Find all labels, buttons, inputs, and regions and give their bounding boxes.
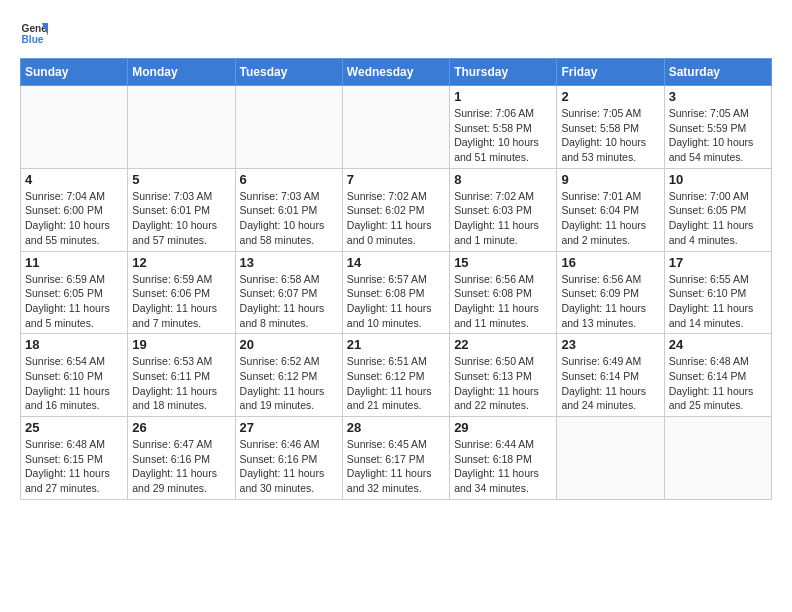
calendar-cell: 14Sunrise: 6:57 AM Sunset: 6:08 PM Dayli… (342, 251, 449, 334)
day-number: 11 (25, 255, 123, 270)
day-number: 1 (454, 89, 552, 104)
weekday-header-saturday: Saturday (664, 59, 771, 86)
svg-text:Blue: Blue (22, 34, 44, 45)
weekday-header-thursday: Thursday (450, 59, 557, 86)
day-number: 22 (454, 337, 552, 352)
week-row-0: 1Sunrise: 7:06 AM Sunset: 5:58 PM Daylig… (21, 86, 772, 169)
day-number: 15 (454, 255, 552, 270)
day-number: 4 (25, 172, 123, 187)
calendar-cell (21, 86, 128, 169)
day-info: Sunrise: 7:06 AM Sunset: 5:58 PM Dayligh… (454, 106, 552, 165)
day-number: 29 (454, 420, 552, 435)
weekday-header-wednesday: Wednesday (342, 59, 449, 86)
calendar-cell (557, 417, 664, 500)
day-number: 18 (25, 337, 123, 352)
day-info: Sunrise: 6:50 AM Sunset: 6:13 PM Dayligh… (454, 354, 552, 413)
calendar-cell: 25Sunrise: 6:48 AM Sunset: 6:15 PM Dayli… (21, 417, 128, 500)
day-info: Sunrise: 7:02 AM Sunset: 6:02 PM Dayligh… (347, 189, 445, 248)
calendar-cell: 20Sunrise: 6:52 AM Sunset: 6:12 PM Dayli… (235, 334, 342, 417)
calendar-cell: 21Sunrise: 6:51 AM Sunset: 6:12 PM Dayli… (342, 334, 449, 417)
calendar-cell (235, 86, 342, 169)
day-number: 13 (240, 255, 338, 270)
calendar-cell: 15Sunrise: 6:56 AM Sunset: 6:08 PM Dayli… (450, 251, 557, 334)
day-number: 3 (669, 89, 767, 104)
day-info: Sunrise: 6:48 AM Sunset: 6:14 PM Dayligh… (669, 354, 767, 413)
calendar-cell: 11Sunrise: 6:59 AM Sunset: 6:05 PM Dayli… (21, 251, 128, 334)
day-info: Sunrise: 6:52 AM Sunset: 6:12 PM Dayligh… (240, 354, 338, 413)
day-number: 14 (347, 255, 445, 270)
calendar-cell: 7Sunrise: 7:02 AM Sunset: 6:02 PM Daylig… (342, 168, 449, 251)
day-info: Sunrise: 6:58 AM Sunset: 6:07 PM Dayligh… (240, 272, 338, 331)
calendar-table: SundayMondayTuesdayWednesdayThursdayFrid… (20, 58, 772, 500)
calendar-cell: 13Sunrise: 6:58 AM Sunset: 6:07 PM Dayli… (235, 251, 342, 334)
day-info: Sunrise: 7:01 AM Sunset: 6:04 PM Dayligh… (561, 189, 659, 248)
day-info: Sunrise: 7:04 AM Sunset: 6:00 PM Dayligh… (25, 189, 123, 248)
calendar-cell: 19Sunrise: 6:53 AM Sunset: 6:11 PM Dayli… (128, 334, 235, 417)
day-number: 19 (132, 337, 230, 352)
calendar-cell: 26Sunrise: 6:47 AM Sunset: 6:16 PM Dayli… (128, 417, 235, 500)
day-number: 20 (240, 337, 338, 352)
weekday-header-monday: Monday (128, 59, 235, 86)
calendar-cell: 16Sunrise: 6:56 AM Sunset: 6:09 PM Dayli… (557, 251, 664, 334)
weekday-header-sunday: Sunday (21, 59, 128, 86)
calendar-cell: 24Sunrise: 6:48 AM Sunset: 6:14 PM Dayli… (664, 334, 771, 417)
calendar-cell: 4Sunrise: 7:04 AM Sunset: 6:00 PM Daylig… (21, 168, 128, 251)
calendar-cell: 23Sunrise: 6:49 AM Sunset: 6:14 PM Dayli… (557, 334, 664, 417)
day-number: 28 (347, 420, 445, 435)
day-number: 7 (347, 172, 445, 187)
day-info: Sunrise: 6:44 AM Sunset: 6:18 PM Dayligh… (454, 437, 552, 496)
day-number: 24 (669, 337, 767, 352)
day-number: 9 (561, 172, 659, 187)
day-number: 25 (25, 420, 123, 435)
day-info: Sunrise: 6:51 AM Sunset: 6:12 PM Dayligh… (347, 354, 445, 413)
day-info: Sunrise: 6:53 AM Sunset: 6:11 PM Dayligh… (132, 354, 230, 413)
day-number: 27 (240, 420, 338, 435)
calendar-cell: 10Sunrise: 7:00 AM Sunset: 6:05 PM Dayli… (664, 168, 771, 251)
day-info: Sunrise: 6:49 AM Sunset: 6:14 PM Dayligh… (561, 354, 659, 413)
weekday-header-row: SundayMondayTuesdayWednesdayThursdayFrid… (21, 59, 772, 86)
day-number: 16 (561, 255, 659, 270)
logo: General Blue (20, 20, 48, 48)
day-info: Sunrise: 6:59 AM Sunset: 6:06 PM Dayligh… (132, 272, 230, 331)
day-number: 2 (561, 89, 659, 104)
calendar-cell: 28Sunrise: 6:45 AM Sunset: 6:17 PM Dayli… (342, 417, 449, 500)
calendar-cell: 18Sunrise: 6:54 AM Sunset: 6:10 PM Dayli… (21, 334, 128, 417)
calendar-cell (342, 86, 449, 169)
day-info: Sunrise: 6:54 AM Sunset: 6:10 PM Dayligh… (25, 354, 123, 413)
calendar-cell: 1Sunrise: 7:06 AM Sunset: 5:58 PM Daylig… (450, 86, 557, 169)
day-number: 12 (132, 255, 230, 270)
week-row-4: 25Sunrise: 6:48 AM Sunset: 6:15 PM Dayli… (21, 417, 772, 500)
day-number: 10 (669, 172, 767, 187)
day-info: Sunrise: 6:55 AM Sunset: 6:10 PM Dayligh… (669, 272, 767, 331)
calendar-cell: 12Sunrise: 6:59 AM Sunset: 6:06 PM Dayli… (128, 251, 235, 334)
page-header: General Blue (20, 20, 772, 48)
weekday-header-tuesday: Tuesday (235, 59, 342, 86)
day-number: 6 (240, 172, 338, 187)
day-info: Sunrise: 7:00 AM Sunset: 6:05 PM Dayligh… (669, 189, 767, 248)
day-info: Sunrise: 7:03 AM Sunset: 6:01 PM Dayligh… (132, 189, 230, 248)
day-info: Sunrise: 7:02 AM Sunset: 6:03 PM Dayligh… (454, 189, 552, 248)
calendar-cell: 8Sunrise: 7:02 AM Sunset: 6:03 PM Daylig… (450, 168, 557, 251)
day-info: Sunrise: 6:59 AM Sunset: 6:05 PM Dayligh… (25, 272, 123, 331)
day-info: Sunrise: 7:05 AM Sunset: 5:59 PM Dayligh… (669, 106, 767, 165)
day-number: 5 (132, 172, 230, 187)
calendar-cell: 17Sunrise: 6:55 AM Sunset: 6:10 PM Dayli… (664, 251, 771, 334)
week-row-1: 4Sunrise: 7:04 AM Sunset: 6:00 PM Daylig… (21, 168, 772, 251)
calendar-cell (664, 417, 771, 500)
calendar-cell: 3Sunrise: 7:05 AM Sunset: 5:59 PM Daylig… (664, 86, 771, 169)
logo-icon: General Blue (20, 20, 48, 48)
calendar-cell: 5Sunrise: 7:03 AM Sunset: 6:01 PM Daylig… (128, 168, 235, 251)
day-number: 17 (669, 255, 767, 270)
calendar-cell (128, 86, 235, 169)
day-number: 23 (561, 337, 659, 352)
day-info: Sunrise: 6:48 AM Sunset: 6:15 PM Dayligh… (25, 437, 123, 496)
calendar-cell: 22Sunrise: 6:50 AM Sunset: 6:13 PM Dayli… (450, 334, 557, 417)
day-info: Sunrise: 6:45 AM Sunset: 6:17 PM Dayligh… (347, 437, 445, 496)
day-number: 8 (454, 172, 552, 187)
day-info: Sunrise: 6:56 AM Sunset: 6:09 PM Dayligh… (561, 272, 659, 331)
day-info: Sunrise: 6:57 AM Sunset: 6:08 PM Dayligh… (347, 272, 445, 331)
calendar-cell: 2Sunrise: 7:05 AM Sunset: 5:58 PM Daylig… (557, 86, 664, 169)
calendar-cell: 29Sunrise: 6:44 AM Sunset: 6:18 PM Dayli… (450, 417, 557, 500)
week-row-3: 18Sunrise: 6:54 AM Sunset: 6:10 PM Dayli… (21, 334, 772, 417)
day-info: Sunrise: 7:03 AM Sunset: 6:01 PM Dayligh… (240, 189, 338, 248)
